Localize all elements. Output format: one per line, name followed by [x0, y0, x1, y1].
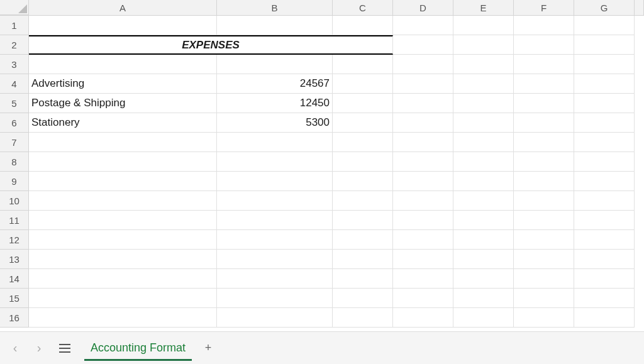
- row-header-6[interactable]: 6: [0, 113, 29, 133]
- cell-g13[interactable]: [574, 250, 635, 269]
- cell-a7[interactable]: [29, 133, 217, 152]
- cell-a9[interactable]: [29, 172, 217, 191]
- cell-b3[interactable]: [217, 55, 333, 74]
- row-header-3[interactable]: 3: [0, 55, 29, 74]
- cell-e3[interactable]: [453, 55, 514, 74]
- cell-g5[interactable]: [574, 94, 635, 113]
- cell-g12[interactable]: [574, 230, 635, 250]
- cell-a11[interactable]: [29, 211, 217, 230]
- row-header-1[interactable]: 1: [0, 16, 29, 35]
- cell-f5[interactable]: [514, 94, 574, 113]
- row-header-16[interactable]: 16: [0, 308, 29, 328]
- cell-e8[interactable]: [453, 152, 514, 172]
- cell-a1[interactable]: [29, 16, 217, 35]
- cell-e16[interactable]: [453, 308, 514, 328]
- cell-g10[interactable]: [574, 191, 635, 211]
- cell-d14[interactable]: [393, 269, 453, 289]
- cell-g8[interactable]: [574, 152, 635, 172]
- cell-b15[interactable]: [217, 289, 333, 308]
- cell-d13[interactable]: [393, 250, 453, 269]
- row-header-9[interactable]: 9: [0, 172, 29, 191]
- cell-c3[interactable]: [333, 55, 393, 74]
- row-header-7[interactable]: 7: [0, 133, 29, 152]
- cell-g15[interactable]: [574, 289, 635, 308]
- cell-f2[interactable]: [514, 35, 574, 55]
- cell-g11[interactable]: [574, 211, 635, 230]
- cell-f1[interactable]: [514, 16, 574, 35]
- cell-d15[interactable]: [393, 289, 453, 308]
- cell-g6[interactable]: [574, 113, 635, 133]
- cell-d1[interactable]: [393, 16, 453, 35]
- cell-e9[interactable]: [453, 172, 514, 191]
- cell-d11[interactable]: [393, 211, 453, 230]
- cell-g3[interactable]: [574, 55, 635, 74]
- cell-f6[interactable]: [514, 113, 574, 133]
- cell-d12[interactable]: [393, 230, 453, 250]
- cell-a13[interactable]: [29, 250, 217, 269]
- cell-c16[interactable]: [333, 308, 393, 328]
- cell-a8[interactable]: [29, 152, 217, 172]
- cell-a14[interactable]: [29, 269, 217, 289]
- cell-f12[interactable]: [514, 230, 574, 250]
- cell-f11[interactable]: [514, 211, 574, 230]
- all-sheets-icon[interactable]: [59, 344, 70, 353]
- cell-d10[interactable]: [393, 191, 453, 211]
- cell-d7[interactable]: [393, 133, 453, 152]
- cell-c12[interactable]: [333, 230, 393, 250]
- cell-b7[interactable]: [217, 133, 333, 152]
- cell-c8[interactable]: [333, 152, 393, 172]
- cell-d8[interactable]: [393, 152, 453, 172]
- col-header-a[interactable]: A: [29, 0, 217, 15]
- cell-b1[interactable]: [217, 16, 333, 35]
- cell-e15[interactable]: [453, 289, 514, 308]
- cell-f7[interactable]: [514, 133, 574, 152]
- cell-c1[interactable]: [333, 16, 393, 35]
- cell-g16[interactable]: [574, 308, 635, 328]
- cell-c5[interactable]: [333, 94, 393, 113]
- cell-header-merged[interactable]: EXPENSES: [29, 35, 393, 55]
- sheet-tab-active[interactable]: Accounting Format: [84, 332, 192, 365]
- cell-g14[interactable]: [574, 269, 635, 289]
- cell-a5[interactable]: Postage & Shipping: [29, 94, 217, 113]
- select-all-corner[interactable]: [0, 0, 29, 15]
- next-sheet-button[interactable]: ›: [31, 341, 47, 355]
- cell-a10[interactable]: [29, 191, 217, 211]
- cell-e2[interactable]: [453, 35, 514, 55]
- cell-b14[interactable]: [217, 269, 333, 289]
- row-header-13[interactable]: 13: [0, 250, 29, 269]
- cell-f10[interactable]: [514, 191, 574, 211]
- cell-d9[interactable]: [393, 172, 453, 191]
- cell-a15[interactable]: [29, 289, 217, 308]
- row-header-14[interactable]: 14: [0, 269, 29, 289]
- cell-b12[interactable]: [217, 230, 333, 250]
- row-header-11[interactable]: 11: [0, 211, 29, 230]
- col-header-c[interactable]: C: [333, 0, 393, 15]
- cell-g4[interactable]: [574, 74, 635, 94]
- cell-d3[interactable]: [393, 55, 453, 74]
- cell-a6[interactable]: Stationery: [29, 113, 217, 133]
- col-header-e[interactable]: E: [453, 0, 514, 15]
- row-header-5[interactable]: 5: [0, 94, 29, 113]
- cell-e11[interactable]: [453, 211, 514, 230]
- row-header-12[interactable]: 12: [0, 230, 29, 250]
- cell-e12[interactable]: [453, 230, 514, 250]
- cell-g9[interactable]: [574, 172, 635, 191]
- cell-f3[interactable]: [514, 55, 574, 74]
- cell-d4[interactable]: [393, 74, 453, 94]
- cell-e14[interactable]: [453, 269, 514, 289]
- cell-c6[interactable]: [333, 113, 393, 133]
- row-header-8[interactable]: 8: [0, 152, 29, 172]
- col-header-b[interactable]: B: [217, 0, 333, 15]
- cell-c15[interactable]: [333, 289, 393, 308]
- cell-f16[interactable]: [514, 308, 574, 328]
- cell-e7[interactable]: [453, 133, 514, 152]
- row-header-10[interactable]: 10: [0, 191, 29, 211]
- cell-e4[interactable]: [453, 74, 514, 94]
- cell-e10[interactable]: [453, 191, 514, 211]
- cell-c11[interactable]: [333, 211, 393, 230]
- col-header-g[interactable]: G: [574, 0, 635, 15]
- cell-c4[interactable]: [333, 74, 393, 94]
- cell-c13[interactable]: [333, 250, 393, 269]
- cell-f9[interactable]: [514, 172, 574, 191]
- cell-d16[interactable]: [393, 308, 453, 328]
